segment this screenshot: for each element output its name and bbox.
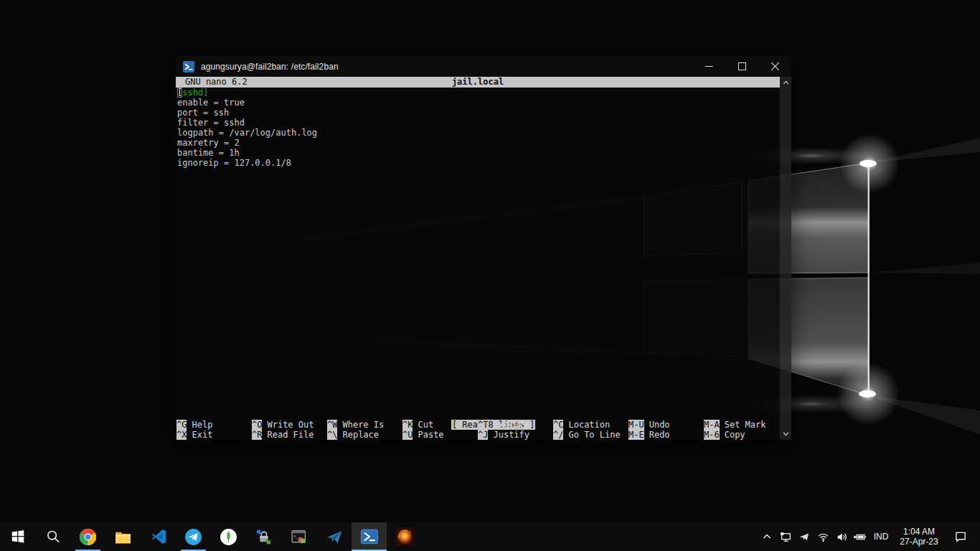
terminal-screen[interactable]: GNU nano 6.2 jail.local [sshd]enable = t… xyxy=(176,77,791,440)
terminal-window: agungsurya@fail2ban: /etc/fail2ban GNU n… xyxy=(176,56,791,440)
shortcut-key: ^W xyxy=(327,420,337,430)
buffer-line: filter = sshd xyxy=(177,118,317,128)
shortcut-key: ^/ xyxy=(553,430,563,440)
nano-shortcut: ^XExit xyxy=(176,430,252,440)
nano-shortcut: ^KCut xyxy=(402,420,478,430)
shortcut-key: ^C xyxy=(553,420,563,430)
nano-shortcut: M-ERedo xyxy=(628,430,704,440)
tray-volume-button[interactable] xyxy=(832,522,851,551)
shortcut-key: M-6 xyxy=(704,430,720,440)
shortcut-label: Where Is xyxy=(342,420,384,430)
nano-titlebar: GNU nano 6.2 jail.local xyxy=(176,77,780,88)
svg-text:>_: >_ xyxy=(293,533,298,538)
clock[interactable]: 1:04 AM 27-Apr-23 xyxy=(892,522,946,551)
close-icon xyxy=(771,62,779,70)
tray-telegram-button[interactable] xyxy=(795,522,814,551)
terminal-scrollbar[interactable] xyxy=(780,77,791,440)
taskbar-vscode-button[interactable] xyxy=(141,522,176,551)
buffer-line: port = ssh xyxy=(177,108,317,118)
buffer-line: [sshd] xyxy=(177,88,317,98)
chrome-icon xyxy=(79,528,97,546)
nano-shortcut: M-6Copy xyxy=(704,430,779,440)
battery-charging-icon xyxy=(854,531,867,543)
shortcut-label: Redo xyxy=(649,430,670,440)
shortcut-key: ^G xyxy=(176,420,187,430)
shortcut-key: ^X xyxy=(176,430,187,440)
file-explorer-icon xyxy=(114,528,132,546)
taskbar-chrome-button[interactable] xyxy=(70,522,105,551)
powershell-window-icon xyxy=(183,61,194,72)
taskbar-file-explorer-button[interactable] xyxy=(105,522,141,551)
vscode-icon xyxy=(150,528,167,545)
mongodb-icon xyxy=(220,528,237,546)
buffer-line: enable = true xyxy=(177,98,317,108)
shortcut-key: ^J xyxy=(478,430,488,440)
shortcut-label: Execute xyxy=(493,420,529,430)
chevron-down-icon xyxy=(783,432,789,436)
tray-monitor-button[interactable] xyxy=(776,522,795,551)
start-button[interactable] xyxy=(0,522,35,551)
nano-shortcut: ^GHelp xyxy=(176,420,252,430)
action-center-icon xyxy=(954,530,967,543)
tray-wifi-button[interactable] xyxy=(814,522,832,551)
scroll-up-button[interactable] xyxy=(780,77,791,88)
terminal-tool-icon: >_ xyxy=(290,528,308,546)
shortcut-key: M-E xyxy=(628,430,644,440)
language-indicator[interactable]: IND xyxy=(870,522,892,551)
maximize-icon xyxy=(738,62,746,70)
scroll-down-button[interactable] xyxy=(780,429,791,439)
buffer-line: ignoreip = 127.0.0.1/8 xyxy=(177,158,317,168)
taskbar: >_ xyxy=(0,522,980,551)
chevron-up-icon xyxy=(783,80,789,85)
shortcut-label: Go To Line xyxy=(568,430,620,440)
system-tray: IND 1:04 AM 27-Apr-23 xyxy=(758,522,980,551)
taskbar-telegram-button[interactable] xyxy=(176,522,211,551)
clock-date: 27-Apr-23 xyxy=(900,537,938,547)
taskbar-mongodb-button[interactable] xyxy=(211,522,246,551)
buffer-line: maxretry = 2 xyxy=(177,138,317,148)
show-hidden-icons-button[interactable] xyxy=(758,522,776,551)
shortcut-label: Exit xyxy=(192,430,212,440)
paper-plane-icon xyxy=(325,527,344,546)
shortcut-label: Write Out xyxy=(267,420,314,430)
nano-shortcut: M-ASet Mark xyxy=(704,420,779,430)
nano-shortcut: ^CLocation xyxy=(553,420,628,430)
start-icon xyxy=(10,529,26,545)
search-button[interactable] xyxy=(35,522,70,551)
taskbar-powershell-button[interactable] xyxy=(352,522,387,551)
shortcut-label: Read File xyxy=(267,430,314,440)
text-cursor: [ xyxy=(177,88,182,98)
shortcut-key: ^T xyxy=(478,420,488,430)
nano-shortcut: ^JJustify xyxy=(478,430,553,440)
taskbar-paper-plane-button[interactable] xyxy=(316,522,352,551)
taskbar-game-button[interactable] xyxy=(387,522,422,551)
nano-shortcut: ^\Replace xyxy=(327,430,402,440)
wifi-icon xyxy=(817,531,829,543)
nano-shortcut: ^WWhere Is xyxy=(327,420,402,430)
nano-shortcuts-row1: ^GHelp^OWrite Out^WWhere Is^KCut^TExecut… xyxy=(176,420,781,430)
close-button[interactable] xyxy=(758,56,791,77)
shortcut-key: ^O xyxy=(252,420,262,430)
maximize-button[interactable] xyxy=(725,56,758,77)
tray-battery-button[interactable] xyxy=(851,522,870,551)
shortcut-key: ^U xyxy=(402,430,413,440)
shortcut-key: M-U xyxy=(628,420,644,430)
buffer-line: bantime = 1h xyxy=(177,148,317,158)
shortcut-label: Paste xyxy=(418,430,443,440)
chevron-up-icon xyxy=(761,531,773,542)
telegram-tray-icon xyxy=(798,531,810,542)
shortcut-label: Justify xyxy=(493,430,529,440)
action-center-button[interactable] xyxy=(946,522,976,551)
nano-shortcut: ^UPaste xyxy=(402,430,478,440)
shortcut-label: Help xyxy=(192,420,212,430)
shortcut-label: Location xyxy=(568,420,610,430)
taskbar-terminal-tool-button[interactable]: >_ xyxy=(281,522,316,551)
minimize-button[interactable] xyxy=(692,56,725,77)
secure-transfer-icon xyxy=(255,528,273,546)
buffer-line: logpath = /var/log/auth.log xyxy=(177,128,317,138)
window-titlebar[interactable]: agungsurya@fail2ban: /etc/fail2ban xyxy=(176,56,791,77)
taskbar-secure-transfer-button[interactable] xyxy=(246,522,281,551)
nano-shortcut: ^TExecute xyxy=(478,420,553,430)
shortcut-key: ^R xyxy=(252,430,262,440)
nano-shortcut: ^RRead File xyxy=(252,430,327,440)
